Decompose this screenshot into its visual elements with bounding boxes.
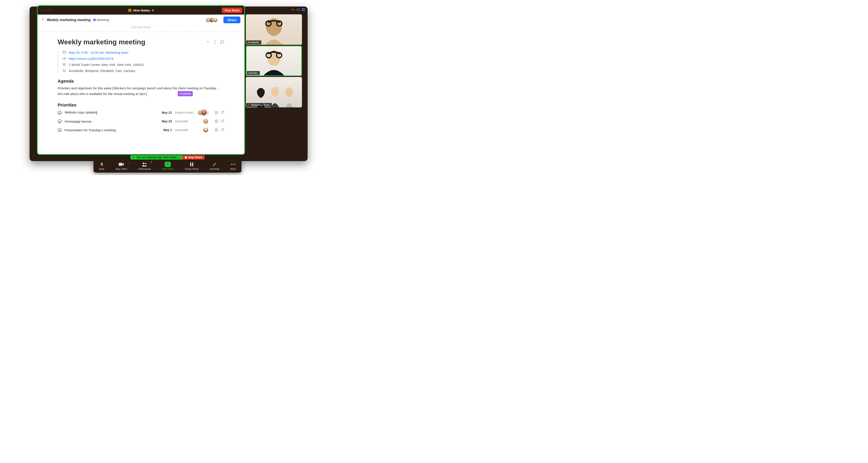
toolbar-annotate[interactable]: Annotate	[210, 162, 219, 170]
collab-cursor-purple	[146, 92, 147, 96]
comment-icon[interactable]	[220, 39, 224, 45]
task-checkbox[interactable]	[58, 128, 62, 132]
svg-point-19	[143, 163, 145, 164]
task-color-chip[interactable]	[215, 128, 218, 132]
svg-rect-21	[190, 162, 191, 166]
svg-rect-17	[179, 157, 180, 158]
meta-attendees: Annabelle, Benjamin, Elizabeth, Dan, Zac…	[62, 69, 224, 73]
collaborator-avatars[interactable]	[207, 18, 218, 23]
task-color-chip[interactable]	[215, 120, 218, 123]
video-tile-zachary[interactable]: Zachary	[246, 46, 302, 76]
task-due[interactable]: May 21	[157, 111, 172, 114]
task-row[interactable]: Presentation for Tuesday's meeting May 1…	[58, 127, 224, 133]
task-assignees[interactable]	[200, 127, 212, 133]
task-status[interactable]: Ready to buil…	[175, 111, 197, 114]
svg-point-10	[215, 41, 215, 42]
task-name[interactable]: Website copy updates	[65, 110, 154, 114]
toolbar-stop-video[interactable]: Stop Video ⌃	[116, 162, 127, 170]
chevron-down-icon[interactable]	[206, 40, 210, 44]
task-assignees[interactable]: +2	[200, 110, 212, 115]
meeting-meta: May 26, 9:30 - 10:00 am: Marketing team …	[58, 51, 224, 73]
mic-icon	[100, 162, 104, 167]
more-horizontal-icon	[230, 162, 236, 167]
stop-share-button[interactable]: Stop Share	[222, 8, 242, 13]
stop-icon	[185, 157, 187, 159]
task-color-chip[interactable]	[215, 111, 218, 114]
sharing-banner-info[interactable]: You are sharing App: Hive Notes	[130, 155, 182, 160]
stop-share-banner-button[interactable]: Stop Share	[183, 155, 205, 160]
video-tile-annabelle[interactable]: Annabelle	[246, 14, 302, 45]
open-external-icon[interactable]	[221, 110, 224, 115]
agenda-text[interactable]: Priorities and objectives for this week.…	[58, 86, 224, 97]
task-status[interactable]: Unstarted	[175, 128, 197, 132]
task-checkbox[interactable]	[58, 111, 62, 114]
add-entry-row[interactable]: Add new entry	[38, 26, 244, 32]
share-button[interactable]: Share	[223, 16, 240, 23]
svg-rect-18	[119, 163, 122, 166]
toolbar-label: New Share	[162, 168, 174, 170]
task-due[interactable]: May 1	[157, 128, 172, 132]
svg-point-8	[285, 88, 293, 97]
project-tag[interactable]: Marketing	[93, 18, 109, 22]
toolbar-new-share[interactable]: New Share	[162, 162, 174, 170]
toolbar-pause-share[interactable]: Pause Share	[185, 162, 199, 170]
task-name[interactable]: Homepage banner	[65, 120, 154, 123]
open-external-icon[interactable]	[221, 128, 224, 132]
chevron-up-icon[interactable]: ⌃	[128, 163, 130, 165]
toolbar-mute[interactable]: Mute ⌃	[99, 162, 104, 170]
location-text: 1 World Trade Center, New York, New York…	[69, 63, 144, 67]
window-traffic-lights[interactable]	[40, 9, 51, 11]
meta-schedule[interactable]: May 26, 9:30 - 10:00 am: Marketing team	[62, 51, 224, 54]
extra-count: +2	[206, 111, 209, 114]
schedule-text[interactable]: May 26, 9:30 - 10:00 am: Marketing team	[69, 51, 128, 54]
gallery-view-icon[interactable]	[302, 8, 305, 11]
tag-color-swatch	[93, 19, 96, 21]
task-assignees[interactable]	[200, 119, 212, 124]
share-screen-icon	[165, 162, 171, 167]
shield-icon	[132, 156, 135, 159]
zoom-link[interactable]: https://zoom.us/j/92259319379	[69, 57, 113, 60]
participant-name: Annabelle	[248, 41, 259, 44]
app-title: Hive Notes	[128, 8, 154, 12]
task-row[interactable]: Website copy updates May 21 Ready to bui…	[58, 110, 224, 115]
close-dot[interactable]	[40, 9, 43, 11]
task-name[interactable]: Presentation for Tuesday's meeting	[65, 128, 154, 132]
collab-cursor-label: Annabelle	[178, 91, 193, 96]
open-external-icon[interactable]	[221, 119, 224, 124]
task-due[interactable]: May 24	[157, 120, 172, 123]
sharing-banner: You are sharing App: Hive Notes Stop Sha…	[130, 155, 205, 160]
participant-name: Zachary	[248, 71, 257, 74]
participants-icon	[142, 162, 147, 167]
toolbar-label: Participants	[138, 168, 151, 170]
svg-point-16	[65, 70, 65, 71]
people-icon	[62, 69, 66, 73]
task-row[interactable]: Homepage banner May 24 Unstarted	[58, 119, 224, 124]
pencil-icon	[212, 162, 217, 167]
zoom-dot[interactable]	[49, 9, 51, 11]
lock-icon	[178, 156, 180, 159]
collab-cursor-red	[112, 87, 113, 91]
breadcrumb-title[interactable]: Weekly marketing meeting	[47, 18, 91, 22]
toolbar-more[interactable]: More	[230, 162, 236, 170]
toolbar-participants[interactable]: Participants 3	[138, 162, 151, 170]
calendar-icon	[62, 51, 66, 54]
minimize-icon[interactable]	[291, 9, 294, 10]
task-status[interactable]: Unstarted	[175, 120, 197, 123]
minimize-dot[interactable]	[44, 9, 47, 11]
meta-link[interactable]: https://zoom.us/j/92259319379	[62, 57, 224, 60]
stop-share-text: Stop Share	[188, 156, 202, 159]
svg-rect-12	[63, 51, 66, 54]
sharing-banner-text: You are sharing App: Hive Notes	[136, 156, 177, 159]
more-vertical-icon[interactable]	[214, 40, 216, 44]
chevron-up-icon[interactable]: ⌃	[105, 163, 107, 165]
video-tile-marketing-team[interactable]: Marketing Team	[246, 77, 302, 107]
back-chevron-icon[interactable]	[41, 18, 44, 22]
task-checkbox[interactable]	[58, 119, 62, 123]
svg-point-9	[215, 40, 215, 40]
video-label: Zachary	[247, 71, 260, 75]
document-title[interactable]: Weekly marketing meeting	[58, 38, 201, 46]
priorities-heading: Priorities	[58, 103, 224, 108]
maximize-icon[interactable]	[297, 9, 300, 10]
agenda-text-a: Priorities and objectives for this week.	[58, 86, 112, 90]
zoom-toolbar: Mute ⌃ Stop Video ⌃ Participants 3 New S…	[94, 159, 242, 173]
